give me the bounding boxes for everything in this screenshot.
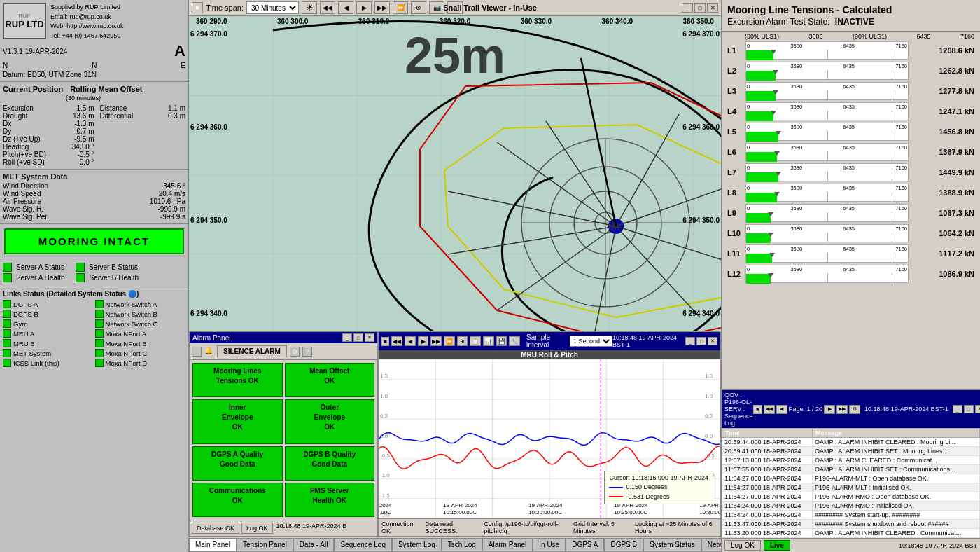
tension-label: L4 [727,107,743,116]
seq-log-bottom: Log OK Live 10:18:48 19-APR-2024 BST [722,538,980,552]
coord-left-1: 6 294 370.0 [190,30,227,38]
seq-log-message: ######## System start-up. ######## [812,511,979,520]
end-btn[interactable]: ⏩ [393,1,408,14]
seq-log-message: ######## System shutdown and reboot ####… [812,520,979,529]
alarm-grid: Mooring Lines Tensions OKMean Offset OKI… [190,360,377,520]
seq-minimize[interactable]: _ [953,405,962,413]
tension-row: L1203580643571601086.9 kN [727,265,974,283]
mru-play[interactable]: ▶ [418,336,429,346]
log-ok-btn[interactable]: Log OK [241,523,273,534]
tab-dgps-b[interactable]: DGPS B [604,538,643,552]
prev-prev-btn[interactable]: ◀◀ [320,1,335,14]
tension-bar-fill [746,233,771,243]
play-btn[interactable]: ▶ [356,1,372,14]
mru-prev[interactable]: ◀ [405,336,416,346]
mru-minimize[interactable]: _ [685,337,695,345]
tab-dgps-a[interactable]: DGPS A [566,538,604,552]
link-label: MET System [13,350,51,357]
tab-tension-panel[interactable]: Tension Panel [237,538,293,552]
seq-next[interactable]: ▶ [824,405,835,414]
next-btn[interactable]: ▶▶ [374,1,390,14]
alarm-timestamp: 10:18:48 19-APR-2024 B [276,523,347,534]
seq-log-time: 11:57:55.000 18-APR-2024 [722,465,813,474]
alarm-maximize[interactable]: □ [354,333,363,342]
mru-grid-interval: Grid Interval: 5 Minutes [573,520,629,534]
seq-close[interactable]: ✕ [975,405,980,413]
database-ok-btn[interactable]: Database OK [192,523,239,534]
seq-log-row: 11:54:27.000 18-APR-2024P196-ALARM-MLT :… [722,474,980,483]
mru-maximize[interactable]: □ [696,337,706,345]
coord-right-3: 6 294 350.0 [682,216,720,224]
position-section: Current Position Rolling Mean Offset (30… [0,82,188,170]
tension-marker-90 [892,70,892,79]
tension-marker-50 [827,111,828,120]
tension-bar-container: 0358064357160 [746,102,909,120]
seq-maximize[interactable]: □ [964,405,974,413]
seq-live-btn[interactable]: Live [764,540,790,551]
seq-prev-prev[interactable]: ◀◀ [764,405,775,414]
mru-close[interactable]: ✕ [708,337,718,345]
alarm-close[interactable]: ✕ [365,333,374,342]
alarm-silence-row: 🔔 SILENCE ALARM ⚙ ? [190,343,377,360]
snail-close[interactable]: ✕ [707,3,718,13]
sample-interval-select[interactable]: 1 Second [570,336,612,347]
target-btn[interactable]: ⊕ [411,1,426,14]
seq-log-time: 20:59:44.000 18-APR-2024 [722,438,813,447]
tab-sequence-log[interactable]: Sequence Log [334,538,392,552]
tension-marker-90 [892,192,892,201]
tension-triangle [773,70,778,74]
mru-target[interactable]: ⊕ [457,336,468,346]
tension-bar-fill [746,132,778,142]
sun-btn[interactable]: ☀ [302,1,317,14]
mru-icon4[interactable]: 💾 [496,336,507,346]
tab-data---all[interactable]: Data - All [293,538,335,552]
tension-row: L603580643571601367.9 kN [727,143,974,161]
tension-value: 1247.1 kN [911,107,974,116]
snail-maximize[interactable]: □ [694,3,706,13]
tension-value: 1367.9 kN [911,148,974,156]
tension-marker-50 [827,253,828,262]
mru-icon5[interactable]: 🔧 [509,336,520,346]
seq-log-row: 11:54:24.000 18-APR-2024P196-ALARM-RMO :… [722,502,980,511]
bottom-tab-bar: Main PanelTension PanelData - AllSequenc… [189,537,721,552]
tab-network[interactable]: Network [701,538,721,552]
mru-prev-prev[interactable]: ◀◀ [391,336,402,346]
tension-bar-container: 0358064357160 [746,204,909,222]
pos-data-right: Distance1.1 m Differential0.3 m [94,104,186,166]
tension-value: 1086.9 kN [911,270,974,278]
tension-value: 1067.3 kN [911,209,974,217]
tab-system-status[interactable]: System Status [643,538,701,552]
seq-log-ok-btn[interactable]: Log OK [724,540,761,551]
tension-row: L303580643571601277.8 kN [727,82,974,100]
tab-alarm-panel[interactable]: Alarm Panel [482,538,533,552]
seq-log-row: 11:53:47.000 18-APR-2024######## System … [722,520,980,529]
mru-icon2[interactable]: 📋 [470,336,481,346]
mru-icon3[interactable]: 📊 [483,336,494,346]
prev-btn[interactable]: ◀ [338,1,354,14]
timespan-select[interactable]: 30 Minutes [246,1,299,14]
tab-main-panel[interactable]: Main Panel [189,538,237,552]
mru-end[interactable]: ⏩ [444,336,455,346]
alarm-minimize[interactable]: _ [342,333,352,342]
seq-log-time: 20:59:41.000 18-APR-2024 [722,447,813,456]
seq-settings[interactable]: ⚙ [849,405,860,414]
link-label: Network Switch B [106,310,158,318]
tab-system-log[interactable]: System Log [392,538,442,552]
tension-value: 1262.8 kN [911,67,974,75]
snail-minimize[interactable]: _ [682,3,693,13]
tab-tsch-log[interactable]: Tsch Log [442,538,482,552]
tension-label: L2 [727,67,743,75]
tab-in-use[interactable]: In Use [533,538,566,552]
silence-alarm-btn[interactable]: SILENCE ALARM [217,345,287,357]
tension-bar-container: 0358064357160 [746,123,909,141]
coord-top-4: 360 320.0 [440,18,471,25]
seq-prev[interactable]: ◀ [776,405,788,414]
tension-marker-90 [892,131,892,140]
camera-btn[interactable]: 📷 [429,1,444,14]
tension-scale: 0358064357160 [746,245,908,253]
mru-chart-area: Cursor: 10:18:16.000 19-APR-2024 0.150 D… [379,359,720,518]
link-label: ICSS Link (this) [13,359,59,367]
seq-end[interactable]: ▶▶ [836,405,848,414]
mru-next[interactable]: ▶▶ [430,336,442,346]
seq-log-row: 11:53:20.000 18-APR-2024OAMP : ALARM INH… [722,529,980,538]
